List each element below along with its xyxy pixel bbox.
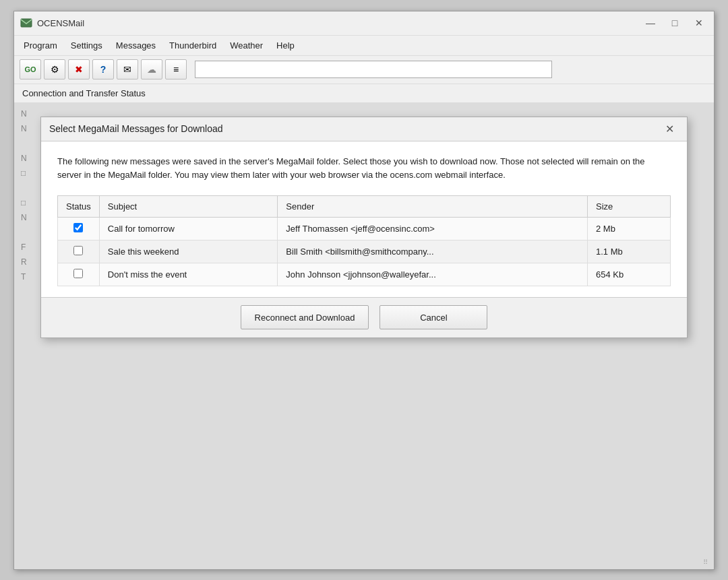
close-button[interactable]: ✕: [690, 15, 708, 30]
row3-checkbox-cell: [58, 263, 100, 286]
help-button[interactable]: ?: [92, 59, 114, 79]
col-header-sender: Sender: [278, 195, 588, 217]
row3-checkbox[interactable]: [73, 269, 83, 278]
dialog: Select MegaMail Messages for Download ✕ …: [40, 117, 688, 338]
status-button[interactable]: ≡: [165, 59, 187, 79]
weather-button[interactable]: ☁: [141, 59, 162, 79]
menu-weather[interactable]: Weather: [223, 38, 270, 53]
row3-size: 654 Kb: [587, 263, 670, 286]
app-title: OCENSMail: [37, 18, 641, 28]
col-header-status: Status: [58, 195, 100, 217]
row1-checkbox[interactable]: [73, 223, 83, 232]
message-table: Status Subject Sender Size: [57, 195, 671, 286]
row1-sender: Jeff Thomassen <jeff@ocensinc.com>: [278, 217, 588, 240]
resize-grip[interactable]: ⠿: [703, 558, 711, 567]
maximize-button[interactable]: □: [665, 15, 684, 30]
menu-help[interactable]: Help: [270, 38, 301, 53]
col-header-subject: Subject: [99, 195, 277, 217]
row3-subject: Don't miss the event: [99, 263, 277, 286]
row3-sender: John Johnson <jjohnson@walleyefar...: [278, 263, 588, 286]
modal-overlay: Select MegaMail Messages for Download ✕ …: [14, 103, 714, 569]
table-row: Call for tomorrow Jeff Thomassen <jeff@o…: [58, 217, 671, 240]
menu-bar: Program Settings Messages Thunderbird We…: [14, 36, 714, 56]
go-button[interactable]: GO: [20, 59, 41, 79]
status-label: Connection and Transfer Status: [14, 84, 714, 103]
menu-settings[interactable]: Settings: [64, 38, 109, 53]
svg-rect-0: [21, 19, 32, 27]
dialog-body: The following new messages were saved in…: [41, 141, 687, 297]
search-input[interactable]: [195, 61, 552, 78]
dialog-title-bar: Select MegaMail Messages for Download ✕: [41, 117, 687, 141]
menu-messages[interactable]: Messages: [109, 38, 162, 53]
main-window: OCENSMail — □ ✕ Program Settings Message…: [13, 11, 715, 570]
menu-thunderbird[interactable]: Thunderbird: [162, 38, 223, 53]
settings-button[interactable]: ⚙: [44, 59, 65, 79]
title-bar: OCENSMail — □ ✕: [14, 11, 714, 36]
dialog-title: Select MegaMail Messages for Download: [49, 123, 660, 134]
dialog-footer: Reconnect and Download Cancel: [41, 297, 687, 337]
cancel-button[interactable]: ✖: [68, 59, 90, 79]
reconnect-download-button[interactable]: Reconnect and Download: [241, 305, 369, 329]
row1-size: 2 Mb: [587, 217, 670, 240]
row2-checkbox[interactable]: [73, 246, 83, 255]
compose-button[interactable]: ✉: [117, 59, 138, 79]
main-content: N N N □ □ N F R T Select MegaMail Messag…: [14, 103, 714, 569]
dialog-close-button[interactable]: ✕: [660, 121, 679, 136]
row2-subject: Sale this weekend: [99, 240, 277, 263]
row2-checkbox-cell: [58, 240, 100, 263]
table-row: Sale this weekend Bill Smith <billsmith@…: [58, 240, 671, 263]
row2-sender: Bill Smith <billsmith@smithcompany...: [278, 240, 588, 263]
toolbar: GO ⚙ ✖ ? ✉ ☁ ≡: [14, 56, 714, 84]
col-header-size: Size: [587, 195, 670, 217]
cancel-dialog-button[interactable]: Cancel: [380, 305, 487, 329]
minimize-button[interactable]: —: [641, 15, 660, 30]
row1-subject: Call for tomorrow: [99, 217, 277, 240]
row2-size: 1.1 Mb: [587, 240, 670, 263]
window-controls: — □ ✕: [641, 15, 708, 30]
row1-checkbox-cell: [58, 217, 100, 240]
app-icon: [20, 16, 33, 30]
dialog-description: The following new messages were saved in…: [57, 155, 671, 182]
menu-program[interactable]: Program: [17, 38, 64, 53]
table-row: Don't miss the event John Johnson <jjohn…: [58, 263, 671, 286]
